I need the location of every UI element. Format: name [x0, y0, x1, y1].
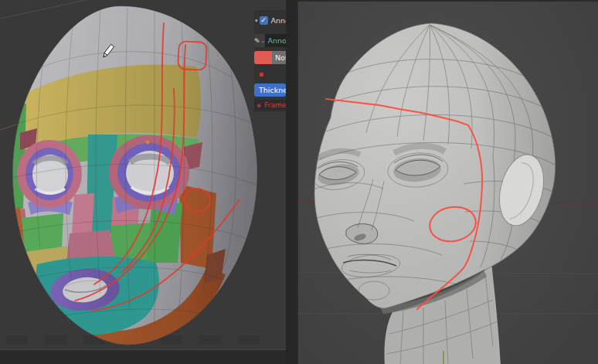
- right-head-model: [298, 2, 576, 326]
- annotation-panel: ▾ ✓ Annota ✎ ⌄ Annota Note Thickness ◈ F…: [254, 10, 286, 112]
- frame-icon: ◈: [257, 102, 261, 109]
- annotation-data-name[interactable]: Annota: [265, 34, 286, 47]
- left-head-model: [0, 0, 270, 355]
- annotations-checkbox[interactable]: ✓: [260, 16, 268, 25]
- annotations-header-label: Annota: [271, 16, 286, 25]
- thickness-label: Thickness: [259, 86, 286, 94]
- disclosure-triangle-icon[interactable]: ▾: [255, 18, 258, 24]
- right-viewport-canvas: [298, 2, 598, 364]
- keyframe-dot: [260, 73, 263, 77]
- annotation-layer-row[interactable]: Note: [254, 51, 286, 64]
- annotation-pen-icon[interactable]: ✎ ⌄: [254, 34, 265, 47]
- pen-glyph: ✎: [254, 37, 260, 45]
- left-model-left-eye: [17, 140, 82, 208]
- annotation-data-selector[interactable]: ✎ ⌄ Annota: [254, 34, 286, 47]
- annotations-panel-header[interactable]: ▾ ✓ Annota: [254, 15, 286, 26]
- 3d-cursor-dot: [146, 141, 150, 145]
- frame-label: Frame: [264, 101, 286, 109]
- blender-comparison-screenshot: { "annotation_panel": { "header": { "dis…: [0, 0, 598, 364]
- left-viewport-canvas: [0, 0, 286, 364]
- layer-name-field[interactable]: Note: [272, 51, 286, 64]
- right-3d-viewport[interactable]: [297, 0, 598, 364]
- left-model-right-eye: [109, 135, 189, 209]
- layer-color-swatch[interactable]: [254, 51, 272, 64]
- left-3d-viewport[interactable]: ▾ ✓ Annota ✎ ⌄ Annota Note Thickness ◈ F…: [0, 0, 286, 364]
- timeline-strip[interactable]: [0, 349, 286, 364]
- frame-row[interactable]: ◈ Frame: [254, 100, 286, 111]
- thickness-slider[interactable]: Thickness: [254, 83, 286, 97]
